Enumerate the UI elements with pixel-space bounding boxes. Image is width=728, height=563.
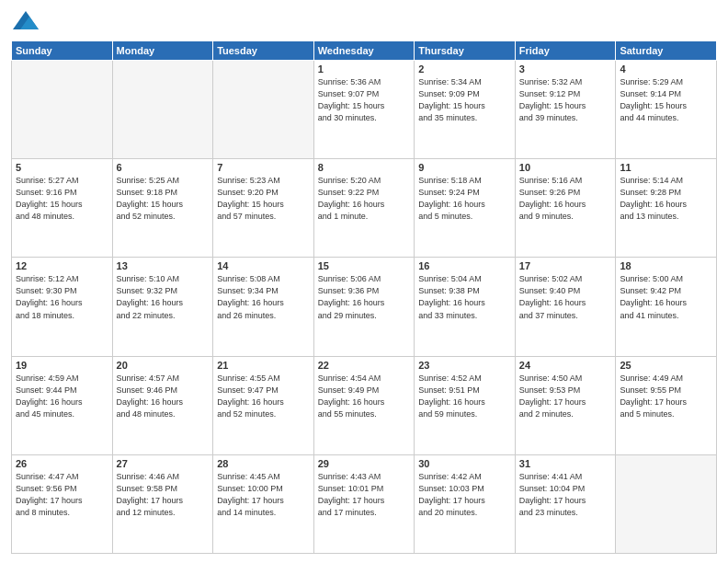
day-info: Sunrise: 4:54 AMSunset: 9:49 PMDaylight:…	[318, 373, 411, 420]
weekday-header-sunday: Sunday	[12, 41, 113, 61]
calendar-day-5-2: 27Sunrise: 4:46 AMSunset: 9:58 PMDayligh…	[112, 454, 213, 553]
calendar-day-3-6: 17Sunrise: 5:02 AMSunset: 9:40 PMDayligh…	[515, 258, 616, 356]
weekday-header-friday: Friday	[515, 41, 616, 61]
weekday-header-tuesday: Tuesday	[213, 41, 314, 61]
day-info: Sunrise: 5:29 AMSunset: 9:14 PMDaylight:…	[620, 76, 712, 124]
day-info: Sunrise: 5:32 AMSunset: 9:12 PMDaylight:…	[519, 76, 612, 124]
calendar-day-5-7	[616, 454, 717, 553]
calendar-day-5-5: 30Sunrise: 4:42 AMSunset: 10:03 PMDaylig…	[415, 454, 516, 553]
calendar-day-2-2: 6Sunrise: 5:25 AMSunset: 9:18 PMDaylight…	[112, 159, 213, 258]
calendar-day-5-6: 31Sunrise: 4:41 AMSunset: 10:04 PMDaylig…	[515, 454, 616, 553]
calendar-week-5: 26Sunrise: 4:47 AMSunset: 9:56 PMDayligh…	[12, 454, 717, 553]
calendar-day-5-4: 29Sunrise: 4:43 AMSunset: 10:01 PMDaylig…	[313, 454, 415, 553]
day-number: 26	[16, 458, 108, 469]
day-info: Sunrise: 4:47 AMSunset: 9:56 PMDaylight:…	[16, 471, 108, 519]
day-info: Sunrise: 4:57 AMSunset: 9:46 PMDaylight:…	[117, 373, 210, 420]
calendar-day-2-6: 10Sunrise: 5:16 AMSunset: 9:26 PMDayligh…	[515, 159, 616, 258]
calendar-day-3-2: 13Sunrise: 5:10 AMSunset: 9:32 PMDayligh…	[112, 258, 213, 356]
day-info: Sunrise: 5:04 AMSunset: 9:38 PMDaylight:…	[418, 273, 511, 321]
weekday-header-saturday: Saturday	[616, 41, 717, 61]
day-info: Sunrise: 4:45 AMSunset: 10:00 PMDaylight…	[217, 471, 310, 519]
calendar-week-1: 1Sunrise: 5:36 AMSunset: 9:07 PMDaylight…	[12, 61, 717, 159]
calendar-week-3: 12Sunrise: 5:12 AMSunset: 9:30 PMDayligh…	[12, 258, 717, 356]
day-number: 20	[117, 360, 210, 371]
day-info: Sunrise: 5:14 AMSunset: 9:28 PMDaylight:…	[620, 175, 712, 223]
logo	[11, 9, 44, 35]
calendar-day-3-3: 14Sunrise: 5:08 AMSunset: 9:34 PMDayligh…	[213, 258, 314, 356]
logo-icon	[11, 9, 40, 35]
calendar-day-4-2: 20Sunrise: 4:57 AMSunset: 9:46 PMDayligh…	[112, 356, 213, 454]
day-number: 8	[318, 162, 411, 173]
day-info: Sunrise: 5:02 AMSunset: 9:40 PMDaylight:…	[519, 273, 612, 321]
day-number: 9	[418, 162, 511, 173]
day-number: 22	[318, 360, 411, 371]
calendar-day-1-5: 2Sunrise: 5:34 AMSunset: 9:09 PMDaylight…	[415, 61, 516, 159]
calendar-day-4-4: 22Sunrise: 4:54 AMSunset: 9:49 PMDayligh…	[313, 356, 415, 454]
day-info: Sunrise: 5:36 AMSunset: 9:07 PMDaylight:…	[318, 76, 411, 124]
day-info: Sunrise: 4:41 AMSunset: 10:04 PMDaylight…	[519, 471, 612, 519]
calendar-day-5-1: 26Sunrise: 4:47 AMSunset: 9:56 PMDayligh…	[12, 454, 113, 553]
calendar-day-2-3: 7Sunrise: 5:23 AMSunset: 9:20 PMDaylight…	[213, 159, 314, 258]
day-number: 24	[519, 360, 612, 371]
day-number: 17	[519, 260, 612, 271]
day-info: Sunrise: 5:00 AMSunset: 9:42 PMDaylight:…	[620, 273, 712, 321]
weekday-header-thursday: Thursday	[415, 41, 516, 61]
calendar-day-4-7: 25Sunrise: 4:49 AMSunset: 9:55 PMDayligh…	[616, 356, 717, 454]
calendar-day-2-5: 9Sunrise: 5:18 AMSunset: 9:24 PMDaylight…	[415, 159, 516, 258]
day-number: 5	[16, 162, 108, 173]
day-info: Sunrise: 4:46 AMSunset: 9:58 PMDaylight:…	[117, 471, 210, 519]
day-info: Sunrise: 5:08 AMSunset: 9:34 PMDaylight:…	[217, 273, 310, 321]
calendar-day-4-5: 23Sunrise: 4:52 AMSunset: 9:51 PMDayligh…	[415, 356, 516, 454]
calendar-day-1-4: 1Sunrise: 5:36 AMSunset: 9:07 PMDaylight…	[313, 61, 415, 159]
calendar-day-3-1: 12Sunrise: 5:12 AMSunset: 9:30 PMDayligh…	[12, 258, 113, 356]
day-number: 4	[620, 63, 712, 75]
calendar-header: SundayMondayTuesdayWednesdayThursdayFrid…	[12, 41, 717, 61]
day-number: 29	[318, 458, 411, 469]
day-number: 15	[318, 260, 411, 271]
calendar-day-3-4: 15Sunrise: 5:06 AMSunset: 9:36 PMDayligh…	[313, 258, 415, 356]
day-info: Sunrise: 5:23 AMSunset: 9:20 PMDaylight:…	[217, 175, 310, 223]
day-number: 13	[117, 260, 210, 271]
day-number: 14	[217, 260, 310, 271]
day-info: Sunrise: 5:10 AMSunset: 9:32 PMDaylight:…	[117, 273, 210, 321]
calendar-day-1-1	[12, 61, 113, 159]
weekday-header-wednesday: Wednesday	[313, 41, 415, 61]
calendar-day-4-1: 19Sunrise: 4:59 AMSunset: 9:44 PMDayligh…	[12, 356, 113, 454]
calendar-day-1-6: 3Sunrise: 5:32 AMSunset: 9:12 PMDaylight…	[515, 61, 616, 159]
calendar-day-3-5: 16Sunrise: 5:04 AMSunset: 9:38 PMDayligh…	[415, 258, 516, 356]
calendar-day-4-6: 24Sunrise: 4:50 AMSunset: 9:53 PMDayligh…	[515, 356, 616, 454]
weekday-row: SundayMondayTuesdayWednesdayThursdayFrid…	[12, 41, 717, 61]
calendar-table: SundayMondayTuesdayWednesdayThursdayFrid…	[11, 40, 717, 554]
day-number: 3	[519, 63, 612, 75]
day-number: 19	[16, 360, 108, 371]
day-number: 31	[519, 458, 612, 469]
day-number: 21	[217, 360, 310, 371]
weekday-header-monday: Monday	[112, 41, 213, 61]
day-info: Sunrise: 4:52 AMSunset: 9:51 PMDaylight:…	[418, 373, 511, 420]
day-info: Sunrise: 5:06 AMSunset: 9:36 PMDaylight:…	[318, 273, 411, 321]
day-info: Sunrise: 5:12 AMSunset: 9:30 PMDaylight:…	[16, 273, 108, 321]
calendar-day-2-7: 11Sunrise: 5:14 AMSunset: 9:28 PMDayligh…	[616, 159, 717, 258]
day-info: Sunrise: 5:25 AMSunset: 9:18 PMDaylight:…	[117, 175, 210, 223]
page: SundayMondayTuesdayWednesdayThursdayFrid…	[0, 0, 728, 563]
calendar-day-3-7: 18Sunrise: 5:00 AMSunset: 9:42 PMDayligh…	[616, 258, 717, 356]
day-number: 10	[519, 162, 612, 173]
day-info: Sunrise: 4:43 AMSunset: 10:01 PMDaylight…	[318, 471, 411, 519]
day-number: 2	[418, 63, 511, 75]
day-info: Sunrise: 5:34 AMSunset: 9:09 PMDaylight:…	[418, 76, 511, 124]
day-number: 28	[217, 458, 310, 469]
calendar-week-2: 5Sunrise: 5:27 AMSunset: 9:16 PMDaylight…	[12, 159, 717, 258]
calendar-day-1-7: 4Sunrise: 5:29 AMSunset: 9:14 PMDaylight…	[616, 61, 717, 159]
calendar-day-1-3	[213, 61, 314, 159]
calendar-body: 1Sunrise: 5:36 AMSunset: 9:07 PMDaylight…	[12, 61, 717, 554]
calendar-day-4-3: 21Sunrise: 4:55 AMSunset: 9:47 PMDayligh…	[213, 356, 314, 454]
day-number: 27	[117, 458, 210, 469]
day-info: Sunrise: 5:18 AMSunset: 9:24 PMDaylight:…	[418, 175, 511, 223]
calendar-day-2-1: 5Sunrise: 5:27 AMSunset: 9:16 PMDaylight…	[12, 159, 113, 258]
calendar-day-1-2	[112, 61, 213, 159]
day-number: 1	[318, 63, 411, 75]
calendar-day-5-3: 28Sunrise: 4:45 AMSunset: 10:00 PMDaylig…	[213, 454, 314, 553]
day-info: Sunrise: 4:49 AMSunset: 9:55 PMDaylight:…	[620, 373, 712, 420]
day-info: Sunrise: 4:42 AMSunset: 10:03 PMDaylight…	[418, 471, 511, 519]
day-info: Sunrise: 5:20 AMSunset: 9:22 PMDaylight:…	[318, 175, 411, 223]
